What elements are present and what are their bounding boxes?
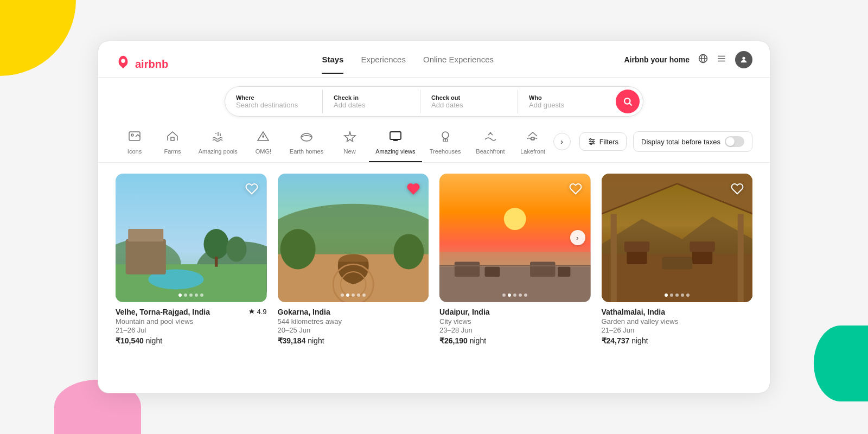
category-icon-omg — [257, 131, 270, 145]
listing-card-listing-3[interactable]: › Udaipur, India City views 23–28 Jun ₹2… — [439, 174, 591, 345]
favorite-button[interactable] — [405, 180, 422, 197]
favorite-button[interactable] — [567, 180, 584, 197]
img-dot-2 — [675, 293, 679, 297]
svg-rect-36 — [126, 239, 166, 275]
category-item-farms[interactable]: Farms — [154, 126, 192, 162]
listing-rating: 4.9 — [248, 308, 266, 316]
favorite-button[interactable] — [729, 180, 746, 197]
img-dot-2 — [352, 293, 355, 297]
svg-point-23 — [489, 132, 491, 134]
category-label-omg: OMG! — [256, 148, 271, 155]
filters-label: Filters — [599, 138, 618, 146]
display-taxes-control: Display total before taxes — [633, 131, 752, 152]
filters-button[interactable]: Filters — [579, 132, 627, 151]
img-dot-2 — [513, 293, 516, 297]
image-dots — [502, 293, 527, 297]
category-item-treehouses[interactable]: Treehouses — [422, 126, 468, 162]
listing-image-wrap — [602, 174, 753, 302]
where-label: Where — [236, 94, 311, 101]
svg-rect-56 — [530, 261, 555, 277]
img-dot-4 — [524, 293, 527, 297]
img-dot-4 — [362, 293, 366, 297]
where-section[interactable]: Where Search destinations — [225, 90, 323, 113]
img-dot-1 — [670, 293, 673, 297]
globe-icon[interactable] — [698, 54, 708, 66]
logo-area[interactable]: airbnb — [116, 55, 192, 74]
where-placeholder: Search destinations — [236, 101, 311, 109]
airbnb-logo-icon — [116, 55, 131, 74]
svg-rect-11 — [171, 137, 174, 141]
next-image-arrow[interactable]: › — [570, 230, 585, 245]
category-item-icons[interactable]: Icons — [116, 126, 154, 162]
menu-icon[interactable] — [717, 54, 726, 66]
nav-online-experiences[interactable]: Online Experiences — [423, 55, 494, 74]
listing-card-listing-4[interactable]: Vathalmalai, India Garden and valley vie… — [602, 174, 753, 345]
search-bar-container: Where Search destinations Check in Add d… — [98, 78, 770, 121]
category-item-lakefront[interactable]: Lakefront — [513, 126, 553, 162]
listing-dates: 21–26 Jul — [116, 326, 267, 334]
listing-title-row: Velhe, Torna-Rajgad, India 4.9 — [116, 308, 267, 316]
user-avatar-button[interactable] — [735, 51, 752, 68]
category-label-amazing-pools: Amazing pools — [199, 148, 238, 155]
listing-image-wrap — [116, 174, 267, 302]
listing-subtitle: Mountain and pool views — [116, 317, 267, 326]
listing-title-row: Vathalmalai, India — [602, 308, 753, 316]
svg-point-48 — [280, 229, 315, 269]
nav-experiences[interactable]: Experiences — [361, 55, 406, 74]
airbnb-home-button[interactable]: Airbnb your home — [624, 55, 690, 64]
img-dot-0 — [178, 293, 182, 297]
who-section[interactable]: Who Add guests — [518, 90, 616, 113]
category-item-earth-homes[interactable]: Earth homes — [282, 126, 330, 162]
category-item-amazing-views[interactable]: Amazing views — [369, 126, 423, 162]
nav-stays[interactable]: Stays — [322, 55, 343, 74]
logo-text: airbnb — [135, 58, 168, 71]
listing-price: ₹39,184 night — [278, 336, 429, 345]
category-label-farms: Farms — [164, 148, 181, 155]
checkout-placeholder: Add dates — [431, 101, 507, 109]
checkin-placeholder: Add dates — [334, 101, 409, 109]
svg-rect-9 — [129, 132, 140, 141]
category-item-omg[interactable]: OMG! — [244, 126, 282, 162]
category-item-beachfront[interactable]: Beachfront — [468, 126, 512, 162]
category-icon-icons — [128, 131, 141, 145]
listing-dates: 20–25 Jun — [278, 326, 429, 334]
svg-rect-70 — [610, 214, 616, 302]
svg-rect-71 — [737, 214, 743, 302]
listing-price: ₹10,540 night — [116, 336, 267, 345]
category-icon-treehouses — [439, 131, 452, 145]
listing-image-wrap: › — [439, 174, 591, 302]
listing-subtitle: Garden and valley views — [602, 317, 753, 326]
image-dots — [665, 293, 690, 297]
svg-point-6 — [742, 57, 745, 60]
search-button[interactable] — [616, 90, 640, 113]
category-label-beachfront: Beachfront — [476, 148, 505, 155]
svg-point-51 — [504, 208, 526, 230]
blob-green — [814, 326, 868, 401]
checkin-section[interactable]: Check in Add dates — [323, 90, 420, 113]
who-label: Who — [529, 94, 611, 101]
img-dot-0 — [341, 293, 344, 297]
listing-card-listing-2[interactable]: Gokarna, India 544 kilometres away 20–25… — [278, 174, 429, 345]
img-dot-0 — [665, 293, 668, 297]
favorite-button[interactable] — [243, 180, 260, 197]
star-icon — [248, 308, 255, 315]
categories-next-arrow[interactable]: › — [553, 133, 571, 150]
listing-location: Udaipur, India — [439, 308, 490, 316]
listings-grid: Velhe, Torna-Rajgad, India 4.9 Mountain … — [98, 163, 770, 358]
listing-image-wrap — [278, 174, 429, 302]
category-label-treehouses: Treehouses — [430, 148, 461, 155]
svg-line-8 — [629, 103, 631, 105]
category-item-new[interactable]: New — [331, 126, 369, 162]
category-item-amazing-pools[interactable]: Amazing pools — [192, 126, 244, 162]
checkout-section[interactable]: Check out Add dates — [420, 90, 518, 113]
display-taxes-toggle[interactable] — [725, 136, 744, 147]
svg-rect-66 — [624, 241, 649, 252]
svg-rect-69 — [662, 257, 692, 269]
category-label-new: New — [344, 148, 356, 155]
category-label-amazing-views: Amazing views — [375, 148, 415, 155]
svg-rect-37 — [128, 229, 163, 241]
category-label-earth-homes: Earth homes — [290, 148, 323, 155]
checkin-label: Check in — [334, 94, 409, 101]
listing-card-listing-1[interactable]: Velhe, Torna-Rajgad, India 4.9 Mountain … — [116, 174, 267, 345]
svg-point-38 — [203, 229, 228, 259]
